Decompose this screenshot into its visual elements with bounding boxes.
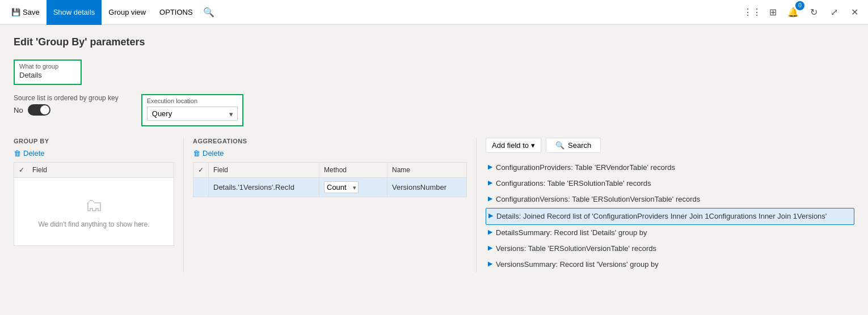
- tree-item-text: Details: Joined Record list of 'Configur…: [496, 211, 827, 222]
- group-by-empty-state: 🗂 We didn't find anything to show here.: [14, 178, 174, 246]
- tree-item-text: Versions: Table 'ERSolutionVersionTable'…: [496, 244, 656, 254]
- notification-wrapper: 🔔 0: [784, 3, 802, 22]
- execution-location-box: Execution location Query: [141, 94, 243, 126]
- options-label: OPTIONS: [159, 8, 193, 16]
- chevron-right-icon: ▶: [488, 195, 492, 202]
- group-by-delete-label: Delete: [23, 149, 45, 158]
- show-details-button[interactable]: Show details: [47, 0, 102, 25]
- close-icon-btn[interactable]: ✕: [845, 3, 863, 22]
- list-item[interactable]: ▶VersionsSummary: Record list 'Versions'…: [486, 257, 854, 273]
- empty-icon: 🗂: [85, 195, 103, 216]
- toggle-row: No: [14, 104, 119, 116]
- notification-badge: 0: [795, 1, 804, 10]
- aggregations-delete-button[interactable]: 🗑 Delete: [193, 149, 224, 158]
- list-item[interactable]: ▶Versions: Table 'ERSolutionVersionTable…: [486, 241, 854, 257]
- search-toolbar-button[interactable]: 🔍: [200, 3, 218, 22]
- agg-field-header: Field: [209, 163, 319, 178]
- check-col: ✓: [19, 166, 32, 174]
- chevron-right-icon: ▶: [488, 244, 492, 252]
- chevron-right-icon: ▶: [488, 228, 492, 236]
- right-panel-toolbar: Add field to ▾ 🔍 Search: [486, 138, 854, 153]
- list-item[interactable]: ▶DetailsSummary: Record list 'Details' g…: [486, 225, 854, 241]
- tree-item-text: ConfigurationVersions: Table 'ERSolution…: [496, 194, 700, 205]
- group-by-panel: GROUP BY 🗑 Delete ✓ Field 🗂 We didn't fi…: [14, 138, 184, 273]
- aggregations-title: AGGREGATIONS: [193, 138, 467, 144]
- toggle-no-label: No: [14, 106, 23, 114]
- show-details-label: Show details: [53, 8, 95, 16]
- right-panel: Add field to ▾ 🔍 Search ▶ConfigurationPr…: [486, 138, 854, 273]
- table-row[interactable]: Details.'1Versions'.RecId Count Versions…: [193, 178, 467, 197]
- toggle-label: Source list is ordered by group key: [14, 94, 119, 102]
- chevron-right-icon: ▶: [488, 179, 492, 186]
- save-label: Save: [23, 8, 40, 16]
- chevron-right-icon: ▶: [488, 260, 492, 267]
- group-view-button[interactable]: Group view: [102, 0, 153, 25]
- save-button[interactable]: 💾 Save: [5, 0, 47, 25]
- agg-row-check: [193, 178, 209, 197]
- options-row: Source list is ordered by group key No E…: [14, 94, 854, 126]
- bottom-area: GROUP BY 🗑 Delete ✓ Field 🗂 We didn't fi…: [14, 138, 854, 273]
- tree-item-text: Configurations: Table 'ERSolutionTable' …: [496, 178, 651, 189]
- what-to-group-label: What to group: [19, 63, 76, 70]
- tree-item-text: DetailsSummary: Record list 'Details' gr…: [496, 228, 647, 238]
- aggregations-table: ✓ Field Method Name Details.'1Versions'.…: [193, 162, 467, 197]
- chevron-right-icon: ▶: [488, 163, 492, 171]
- field-col-header: Field: [32, 166, 169, 174]
- group-by-delete-button[interactable]: 🗑 Delete: [14, 149, 45, 158]
- search-icon: 🔍: [555, 141, 564, 150]
- method-select-wrapper: Count: [324, 181, 359, 193]
- aggregations-delete-label: Delete: [203, 149, 224, 158]
- agg-check-header: ✓: [193, 163, 209, 178]
- search-label: Search: [568, 141, 591, 150]
- office-icon-btn[interactable]: ⊞: [764, 3, 782, 22]
- connected-icon-btn[interactable]: ⋮⋮: [743, 3, 761, 22]
- list-item[interactable]: ▶ConfigurationVersions: Table 'ERSolutio…: [486, 191, 854, 207]
- what-to-group-value: Details: [19, 71, 76, 79]
- delete-icon: 🗑: [14, 149, 21, 158]
- empty-message: We didn't find anything to show here.: [38, 220, 149, 228]
- group-by-title: GROUP BY: [14, 138, 174, 144]
- agg-table-body: Details.'1Versions'.RecId Count Versions…: [193, 178, 467, 197]
- group-view-label: Group view: [108, 8, 146, 16]
- options-button[interactable]: OPTIONS: [153, 0, 200, 25]
- execution-location-label: Execution location: [147, 97, 238, 104]
- aggregations-panel: AGGREGATIONS 🗑 Delete ✓ Field Method Nam…: [193, 138, 477, 273]
- agg-table-header-row: ✓ Field Method Name: [193, 163, 467, 178]
- tree-list: ▶ConfigurationProviders: Table 'ERVendor…: [486, 160, 854, 273]
- save-icon: 💾: [11, 8, 20, 16]
- tree-item-text: VersionsSummary: Record list 'Versions' …: [496, 259, 659, 270]
- agg-row-name: VersionsNumber: [387, 178, 467, 197]
- list-item[interactable]: ▶ConfigurationProviders: Table 'ERVendor…: [486, 160, 854, 176]
- group-by-table-header: ✓ Field: [14, 162, 174, 178]
- open-new-icon-btn[interactable]: ⤢: [825, 3, 843, 22]
- search-button[interactable]: 🔍 Search: [546, 138, 601, 153]
- agg-delete-icon: 🗑: [193, 149, 200, 158]
- what-to-group-box: What to group Details: [14, 59, 82, 85]
- main-content: Edit 'Group By' parameters What to group…: [0, 25, 868, 315]
- add-field-button[interactable]: Add field to ▾: [486, 138, 541, 153]
- execution-location-select-wrapper: Query: [147, 107, 238, 121]
- list-item[interactable]: ▶Details: Joined Record list of 'Configu…: [486, 208, 854, 225]
- agg-name-header: Name: [387, 163, 467, 178]
- toolbar-icons: ⋮⋮ ⊞ 🔔 0 ↻ ⤢ ✕: [743, 3, 863, 22]
- toggle-switch[interactable]: [28, 104, 50, 116]
- agg-row-method: Count: [319, 178, 387, 197]
- add-field-label: Add field to: [492, 141, 529, 150]
- add-field-chevron: ▾: [531, 141, 535, 150]
- agg-method-header: Method: [319, 163, 387, 178]
- agg-row-field: Details.'1Versions'.RecId: [209, 178, 319, 197]
- tree-item-text: ConfigurationProviders: Table 'ERVendorT…: [496, 163, 675, 173]
- list-item[interactable]: ▶Configurations: Table 'ERSolutionTable'…: [486, 176, 854, 191]
- chevron-right-icon: ▶: [488, 212, 493, 219]
- toolbar: 💾 Save Show details Group view OPTIONS 🔍…: [0, 0, 868, 25]
- refresh-icon-btn[interactable]: ↻: [804, 3, 823, 22]
- execution-location-select[interactable]: Query: [147, 107, 238, 121]
- toggle-section: Source list is ordered by group key No: [14, 94, 119, 116]
- page-title: Edit 'Group By' parameters: [14, 36, 854, 48]
- method-select[interactable]: Count: [324, 181, 359, 193]
